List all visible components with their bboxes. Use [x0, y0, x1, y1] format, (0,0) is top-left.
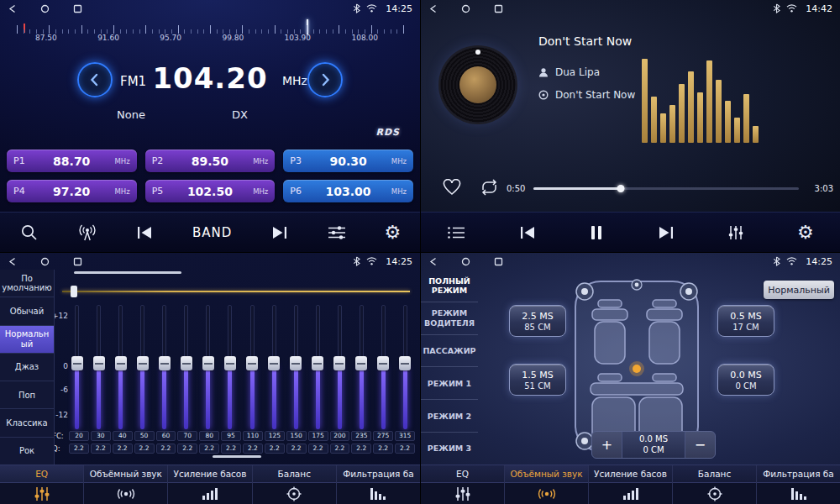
- eq-preset-item-3[interactable]: Джаз: [0, 354, 55, 381]
- slider-knob[interactable]: [290, 356, 302, 370]
- sound-profile-button[interactable]: Нормальный: [764, 281, 834, 299]
- gain-slider-handle[interactable]: [71, 286, 77, 297]
- radio-preset-p5[interactable]: P5102.50MHz: [145, 180, 276, 202]
- eq-band-slider-6[interactable]: [202, 305, 214, 429]
- settings-gear-icon[interactable]: ⚙: [384, 223, 401, 242]
- previous-track-icon[interactable]: [518, 225, 537, 240]
- slider-knob[interactable]: [246, 356, 258, 370]
- pause-icon[interactable]: [589, 224, 604, 241]
- eq-band-slider-7[interactable]: [223, 305, 236, 429]
- eq-band-slider-0[interactable]: [71, 305, 83, 429]
- slider-knob[interactable]: [115, 356, 127, 370]
- band-button[interactable]: BAND: [192, 225, 232, 240]
- nav-back-icon[interactable]: [8, 4, 17, 13]
- rear-left-delay-button[interactable]: 1.5 MS 51 CM: [509, 364, 566, 396]
- audio-tab-0[interactable]: EQ: [421, 465, 505, 504]
- slider-knob[interactable]: [268, 356, 280, 370]
- slider-knob[interactable]: [377, 356, 389, 370]
- eq-band-slider-10[interactable]: [290, 305, 302, 429]
- audio-tab-3[interactable]: Баланс: [673, 465, 757, 504]
- bottom-scrollbar[interactable]: [213, 455, 261, 458]
- audio-tab-2[interactable]: Усиление басов: [589, 465, 673, 504]
- nav-recents-icon[interactable]: [494, 4, 503, 13]
- radio-preset-p1[interactable]: P188.70MHz: [7, 150, 137, 172]
- surround-mode-1[interactable]: РЕЖИМ ВОДИТЕЛЯ: [421, 302, 478, 335]
- nav-home-icon[interactable]: [461, 257, 470, 266]
- slider-knob[interactable]: [181, 356, 192, 370]
- audio-tab-0[interactable]: EQ: [0, 465, 84, 504]
- repeat-icon[interactable]: [480, 179, 499, 196]
- audio-tab-2[interactable]: Усиление басов: [168, 465, 252, 504]
- eq-band-slider-9[interactable]: [268, 305, 281, 429]
- eq-preset-item-4[interactable]: Поп: [0, 381, 55, 409]
- settings-gear-icon[interactable]: ⚙: [797, 223, 814, 242]
- eq-band-slider-15[interactable]: [399, 305, 412, 429]
- eq-band-slider-13[interactable]: [355, 305, 368, 429]
- eq-preset-item-1[interactable]: Обычай: [0, 297, 55, 325]
- eq-preset-item-0[interactable]: По умолчанию: [0, 270, 55, 297]
- slider-knob[interactable]: [355, 356, 367, 370]
- scan-search-icon[interactable]: [19, 223, 39, 242]
- audio-tab-1[interactable]: Объёмный звук: [84, 465, 168, 504]
- tune-up-button[interactable]: [307, 62, 343, 97]
- nav-home-icon[interactable]: [40, 257, 50, 266]
- radio-preset-p4[interactable]: P497.20MHz: [7, 180, 137, 202]
- previous-icon[interactable]: [135, 225, 154, 240]
- slider-knob[interactable]: [333, 356, 345, 370]
- nav-recents-icon[interactable]: [73, 4, 82, 13]
- nav-recents-icon[interactable]: [494, 257, 503, 266]
- next-track-icon[interactable]: [657, 225, 675, 240]
- nav-home-icon[interactable]: [40, 4, 50, 13]
- audio-tab-4[interactable]: Фильтрация ба: [757, 465, 840, 504]
- slider-knob[interactable]: [224, 356, 236, 370]
- eq-preset-item-5[interactable]: Классика: [0, 409, 55, 437]
- broadcast-antenna-icon[interactable]: [77, 223, 97, 242]
- rear-right-delay-button[interactable]: 0.0 MS 0 CM: [717, 364, 774, 396]
- eq-band-slider-2[interactable]: [114, 305, 127, 429]
- front-left-delay-button[interactable]: 2.5 MS 85 CM: [509, 305, 566, 337]
- radio-preset-p2[interactable]: P289.50MHz: [145, 150, 276, 172]
- nav-back-icon[interactable]: [8, 257, 17, 266]
- dx-mode-label[interactable]: DX: [232, 108, 248, 121]
- tune-down-button[interactable]: [77, 62, 113, 97]
- slider-knob[interactable]: [159, 356, 171, 370]
- filter-sliders-icon[interactable]: [328, 225, 346, 240]
- eq-band-slider-3[interactable]: [136, 305, 149, 429]
- radio-preset-p3[interactable]: P390.30MHz: [283, 150, 413, 172]
- audio-tab-3[interactable]: Баланс: [253, 465, 337, 504]
- slider-knob[interactable]: [202, 356, 214, 370]
- eq-band-slider-5[interactable]: [180, 305, 192, 429]
- eq-band-slider-4[interactable]: [158, 305, 171, 429]
- slider-knob[interactable]: [93, 356, 105, 370]
- slider-knob[interactable]: [137, 356, 149, 370]
- surround-mode-4[interactable]: РЕЖИМ 2: [421, 400, 478, 433]
- eq-preset-item-6[interactable]: Рок: [0, 438, 55, 465]
- increase-delay-button[interactable]: +: [592, 432, 622, 458]
- audio-tab-4[interactable]: Фильтрация ба: [337, 465, 420, 504]
- surround-mode-3[interactable]: РЕЖИМ 1: [421, 367, 478, 400]
- nav-home-icon[interactable]: [461, 4, 470, 13]
- eq-preset-item-2[interactable]: Нормальный: [0, 326, 55, 354]
- playlist-icon[interactable]: [447, 225, 465, 240]
- slider-knob[interactable]: [71, 356, 83, 370]
- nav-back-icon[interactable]: [428, 257, 438, 266]
- top-scrollbar[interactable]: [74, 271, 181, 274]
- nav-recents-icon[interactable]: [73, 257, 82, 266]
- gain-slider-track[interactable]: [62, 291, 410, 292]
- decrease-delay-button[interactable]: −: [685, 432, 715, 458]
- eq-band-slider-14[interactable]: [377, 305, 390, 429]
- eq-band-slider-12[interactable]: [333, 305, 346, 429]
- eq-mixer-icon[interactable]: [727, 224, 744, 241]
- slider-knob[interactable]: [312, 356, 323, 370]
- radio-preset-p6[interactable]: P6103.00MHz: [283, 180, 413, 202]
- audio-tab-1[interactable]: Объёмный звук: [505, 465, 589, 504]
- frequency-ruler[interactable]: [17, 22, 403, 34]
- slider-knob[interactable]: [399, 356, 411, 370]
- surround-mode-2[interactable]: ПАССАЖИР: [421, 335, 478, 368]
- next-icon[interactable]: [270, 225, 289, 240]
- eq-band-slider-1[interactable]: [92, 305, 105, 429]
- front-right-delay-button[interactable]: 0.5 MS 17 CM: [717, 305, 774, 337]
- surround-mode-5[interactable]: РЕЖИМ 3: [421, 433, 478, 465]
- surround-mode-0[interactable]: ПОЛНЫЙ РЕЖИМ: [421, 270, 478, 302]
- progress-knob[interactable]: [617, 185, 625, 192]
